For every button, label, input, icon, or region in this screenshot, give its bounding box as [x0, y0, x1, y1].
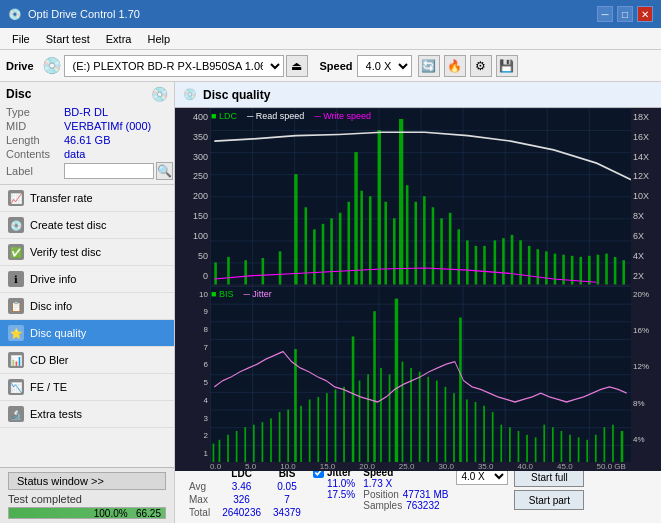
- jitter-avg-val: 11.0%: [327, 478, 355, 489]
- contents-value: data: [64, 148, 85, 160]
- charts-area: ■ LDC ─ Read speed ─ Write speed 400 350…: [175, 108, 661, 523]
- svg-rect-35: [528, 246, 531, 285]
- svg-rect-7: [294, 174, 297, 284]
- sidebar-item-disc-info[interactable]: 📋 Disc info: [0, 293, 174, 320]
- svg-rect-13: [347, 202, 350, 285]
- sidebar-item-drive-info[interactable]: ℹ Drive info: [0, 266, 174, 293]
- svg-rect-95: [586, 439, 588, 462]
- drive-eject-button[interactable]: ⏏: [286, 55, 308, 77]
- drive-select[interactable]: (E:) PLEXTOR BD-R PX-LB950SA 1.06: [64, 55, 284, 77]
- chart1-wrapper: 400 350 300 250 200 150 100 50 0: [175, 108, 661, 285]
- label-browse-button[interactable]: 🔍: [156, 162, 173, 180]
- main-layout: Disc 💿 Type BD-R DL MID VERBATIMf (000) …: [0, 82, 661, 523]
- menu-start-test[interactable]: Start test: [38, 31, 98, 47]
- jitter-max-val: 17.5%: [327, 489, 355, 500]
- svg-rect-90: [543, 424, 545, 462]
- save-button[interactable]: 💾: [496, 55, 518, 77]
- chart1-inner: [210, 108, 631, 285]
- svg-rect-72: [395, 298, 398, 462]
- svg-rect-69: [373, 311, 376, 462]
- action-buttons: Start full Start part: [514, 467, 584, 510]
- position-val: 47731 MB: [403, 489, 449, 500]
- svg-rect-37: [545, 251, 548, 284]
- menu-extra[interactable]: Extra: [98, 31, 140, 47]
- minimize-button[interactable]: ─: [597, 6, 613, 22]
- speed-avg-val: 1.73 X: [363, 478, 392, 489]
- refresh-button[interactable]: 🔄: [418, 55, 440, 77]
- maximize-button[interactable]: □: [617, 6, 633, 22]
- disc-panel-icon: 💿: [151, 86, 168, 102]
- svg-rect-86: [509, 427, 511, 462]
- cd-bler-icon: 📊: [8, 352, 24, 368]
- svg-rect-53: [244, 427, 246, 462]
- chart1-legend: ■ LDC ─ Read speed ─ Write speed: [211, 111, 371, 121]
- menu-file[interactable]: File: [4, 31, 38, 47]
- drive-info-icon: ℹ: [8, 271, 24, 287]
- nav-label-disc-quality: Disc quality: [30, 327, 86, 339]
- mid-label: MID: [6, 120, 64, 132]
- svg-rect-94: [578, 437, 580, 462]
- status-text: Test completed: [8, 493, 166, 505]
- svg-rect-54: [253, 424, 255, 462]
- svg-rect-85: [500, 424, 502, 462]
- sidebar-item-disc-quality[interactable]: ⭐ Disc quality: [0, 320, 174, 347]
- svg-rect-79: [453, 393, 455, 462]
- svg-rect-55: [262, 422, 264, 462]
- content-icon: 💿: [183, 88, 197, 101]
- svg-rect-32: [502, 238, 505, 284]
- svg-rect-68: [367, 374, 369, 462]
- sidebar-item-fe-te[interactable]: 📉 FE / TE: [0, 374, 174, 401]
- svg-rect-21: [406, 185, 409, 284]
- svg-rect-38: [554, 254, 557, 285]
- svg-rect-2: [214, 262, 217, 284]
- svg-rect-58: [287, 409, 289, 462]
- svg-rect-96: [595, 434, 597, 462]
- speed-select[interactable]: 4.0 X: [357, 55, 412, 77]
- svg-rect-99: [621, 430, 624, 462]
- sidebar-item-extra-tests[interactable]: 🔬 Extra tests: [0, 401, 174, 428]
- jitter-avg-row: 11.0%: [313, 478, 355, 489]
- svg-rect-33: [511, 235, 514, 285]
- label-input[interactable]: [64, 163, 154, 179]
- drive-icon: 💿: [42, 56, 62, 75]
- svg-rect-6: [279, 251, 282, 284]
- sidebar-item-transfer-rate[interactable]: 📈 Transfer rate: [0, 185, 174, 212]
- svg-rect-4: [244, 260, 247, 284]
- svg-rect-41: [579, 257, 582, 285]
- svg-rect-62: [317, 396, 319, 462]
- nav-menu: 📈 Transfer rate 💿 Create test disc ✅ Ver…: [0, 185, 174, 428]
- svg-rect-56: [270, 418, 272, 462]
- transfer-rate-icon: 📈: [8, 190, 24, 206]
- length-value: 46.61 GB: [64, 134, 110, 146]
- svg-rect-14: [354, 152, 357, 284]
- svg-rect-18: [384, 202, 387, 285]
- svg-rect-76: [427, 376, 429, 462]
- ldc-chart: ■ LDC ─ Read speed ─ Write speed 400 350…: [175, 108, 661, 286]
- svg-rect-44: [605, 254, 608, 285]
- svg-rect-97: [604, 427, 606, 462]
- svg-rect-80: [459, 317, 462, 462]
- svg-rect-67: [359, 380, 361, 462]
- start-part-button[interactable]: Start part: [514, 490, 584, 510]
- sidebar-item-verify-test-disc[interactable]: ✅ Verify test disc: [0, 239, 174, 266]
- sidebar-item-cd-bler[interactable]: 📊 CD Bler: [0, 347, 174, 374]
- settings-button[interactable]: ⚙: [470, 55, 492, 77]
- svg-rect-91: [552, 427, 554, 462]
- nav-label-drive-info: Drive info: [30, 273, 76, 285]
- status-window-button[interactable]: Status window >>: [8, 472, 166, 490]
- close-button[interactable]: ✕: [637, 6, 653, 22]
- create-test-disc-icon: 💿: [8, 217, 24, 233]
- menu-help[interactable]: Help: [139, 31, 178, 47]
- svg-rect-3: [227, 257, 230, 285]
- svg-rect-83: [483, 405, 485, 462]
- svg-rect-74: [410, 367, 412, 462]
- svg-rect-89: [535, 437, 537, 462]
- burn-button[interactable]: 🔥: [444, 55, 466, 77]
- sidebar-item-create-test-disc[interactable]: 💿 Create test disc: [0, 212, 174, 239]
- length-label: Length: [6, 134, 64, 146]
- svg-rect-73: [402, 361, 404, 462]
- fe-te-icon: 📉: [8, 379, 24, 395]
- label-label: Label: [6, 165, 64, 177]
- position-label: Position: [363, 489, 399, 500]
- svg-rect-9: [313, 229, 316, 284]
